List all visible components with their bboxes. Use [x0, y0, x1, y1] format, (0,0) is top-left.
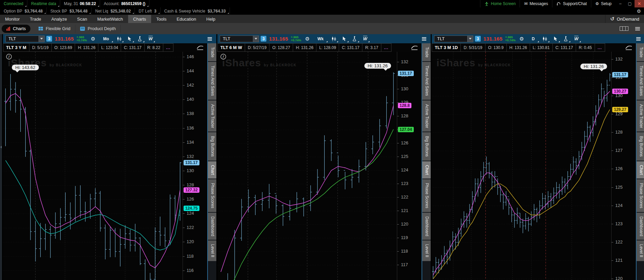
minimize-button[interactable]: – — [616, 0, 625, 7]
menu-item-charts[interactable]: Charts — [128, 15, 151, 23]
gadget-tab-phase-scores[interactable]: Phase Scores — [637, 179, 644, 212]
tab-flexible-grid[interactable]: Flexible Grid — [34, 25, 75, 33]
timeframe-button[interactable]: Wk — [313, 35, 328, 43]
chart-plot-area[interactable]: iSharesby BLACKROCKHi: 131.26 — [432, 52, 611, 280]
chart-plot-area[interactable]: iSharesby BLACKROCK!Hi: 143.62 — [3, 52, 183, 280]
symbol-dropdown-button[interactable] — [39, 36, 44, 42]
price-axis[interactable]: 1201211221231241251261271281291301311321… — [611, 52, 636, 280]
cursor-tool-icon[interactable] — [340, 35, 349, 43]
chart-menu-icon[interactable] — [205, 35, 214, 43]
status-more-button[interactable]: ... — [163, 43, 173, 52]
gadget-tab-level-ii[interactable]: Level II — [637, 240, 644, 261]
gadget-tab-level-ii[interactable]: Level II — [422, 240, 431, 261]
home-screen-button[interactable]: Home Screen — [480, 0, 520, 7]
gadget-tab-active-trader[interactable]: Active Trader — [422, 100, 431, 132]
menu-item-tools[interactable]: Tools — [151, 15, 171, 23]
studies-flask-icon[interactable] — [562, 35, 570, 43]
menu-item-monitor[interactable]: Monitor — [0, 15, 25, 23]
chart-style-icon[interactable] — [407, 43, 422, 52]
gadget-tab-dashboard[interactable]: Dashboard — [637, 213, 644, 240]
symbol-input[interactable]: TLT — [434, 36, 473, 42]
close-button[interactable]: ✕ — [635, 0, 644, 7]
flag-badge[interactable]: 3 — [261, 36, 266, 42]
gadget-tab-trade[interactable]: Trade — [637, 43, 644, 61]
cursor-tool-icon[interactable] — [125, 35, 134, 43]
gadget-tab-times-and-sales[interactable]: Times And Sales — [208, 62, 216, 100]
gadget-tab-trade[interactable]: Trade — [422, 43, 431, 61]
account-stat[interactable]: Stock BP$3,764.48 — [47, 7, 92, 15]
realtime-data-status[interactable]: Realtime data — [27, 0, 60, 7]
price-axis[interactable]: 1171181191201211221231241251261271281291… — [397, 52, 422, 280]
account-stat[interactable]: Net Liq$25,348.02 — [92, 7, 135, 15]
chart-menu-icon[interactable] — [420, 35, 428, 43]
gadget-tab-big-buttons[interactable]: Big Buttons — [422, 132, 431, 160]
flag-badge[interactable]: 3 — [475, 36, 481, 42]
tab-product-depth[interactable]: Product Depth — [75, 25, 121, 33]
symbol-input[interactable]: TLT — [5, 36, 45, 42]
support-chat-button[interactable]: Support/Chat — [552, 0, 591, 7]
studies-flask-icon[interactable] — [350, 35, 359, 43]
gadget-tab-times-and-sales[interactable]: Times And Sales — [422, 62, 431, 100]
left-panel-collapse-handle[interactable] — [0, 34, 2, 280]
clock[interactable]: May, 31 06:58:22 — [60, 0, 100, 7]
menu-item-help[interactable]: Help — [201, 15, 220, 23]
gadget-tab-chart[interactable]: Chart — [208, 161, 216, 179]
chart-style-icon[interactable] — [622, 43, 636, 52]
ondemand-button[interactable]: ↺ OnDemand — [605, 15, 644, 23]
gadget-tab-dashboard[interactable]: Dashboard — [208, 213, 216, 240]
gadget-tab-dashboard[interactable]: Dashboard — [422, 213, 431, 240]
symbol-input[interactable]: TLT — [220, 36, 259, 42]
gadget-tab-trade[interactable]: Trade — [208, 43, 216, 61]
menu-item-marketwatch[interactable]: MarketWatch — [92, 15, 128, 23]
gadget-tab-times-and-sales[interactable]: Times And Sales — [637, 62, 644, 100]
cursor-tool-icon[interactable] — [551, 35, 560, 43]
symbol-dropdown-button[interactable] — [253, 36, 259, 42]
status-more-button[interactable]: ... — [381, 43, 391, 52]
chart-settings-gear-icon[interactable]: ⚙ — [89, 35, 97, 43]
menu-item-scan[interactable]: Scan — [72, 15, 92, 23]
timeframe-button[interactable]: Mo — [99, 35, 113, 43]
gadget-tab-level-ii[interactable]: Level II — [208, 240, 216, 261]
patterns-icon[interactable]: W — [146, 35, 155, 43]
setup-button[interactable]: ⚙ Setup — [591, 0, 616, 7]
symbol-dropdown-button[interactable] — [467, 36, 473, 42]
chart-title: TLT 6 M W — [217, 43, 245, 52]
gadget-tab-big-buttons[interactable]: Big Buttons — [208, 132, 216, 160]
chart-type-candle-icon[interactable] — [115, 35, 123, 43]
chart-menu-icon[interactable] — [634, 35, 643, 43]
maximize-button[interactable]: ▢ — [625, 0, 635, 7]
menu-item-trade[interactable]: Trade — [25, 15, 46, 23]
patterns-icon[interactable]: W — [572, 35, 581, 43]
gadget-tab-chart[interactable]: Chart — [637, 161, 644, 179]
gadget-tab-big-buttons[interactable]: Big Buttons — [637, 132, 644, 160]
connection-status[interactable]: Connected — [0, 0, 27, 7]
chart-settings-gear-icon[interactable]: ⚙ — [517, 35, 526, 43]
gadget-tab-phase-scores[interactable]: Phase Scores — [422, 179, 431, 212]
gadget-tab-phase-scores[interactable]: Phase Scores — [208, 179, 216, 212]
flag-badge[interactable]: 3 — [46, 36, 52, 42]
account-selector[interactable]: Account: 865012659 () — [100, 0, 149, 7]
gadget-tab-active-trader[interactable]: Active Trader — [208, 100, 216, 132]
chart-style-icon[interactable] — [193, 43, 207, 52]
tab-charts[interactable]: Charts — [2, 25, 30, 33]
grid-layout-icon[interactable] — [620, 26, 628, 31]
account-bar-gear-icon[interactable]: ⚙ — [634, 8, 644, 14]
chart-type-candle-icon[interactable] — [329, 35, 338, 43]
timeframe-button[interactable]: D — [528, 35, 539, 43]
price-axis[interactable]: 1161181201221241261281301321341361381401… — [183, 52, 207, 280]
account-stat[interactable]: Option BP$3,764.48 — [0, 7, 47, 15]
chart-type-candle-icon[interactable] — [541, 35, 549, 43]
subtab-menu-icon[interactable] — [635, 27, 640, 30]
account-stat[interactable]: Cash & Sweep Vehicle$3,764.33 — [161, 7, 230, 15]
status-more-button[interactable]: ... — [595, 43, 605, 52]
studies-flask-icon[interactable] — [136, 35, 144, 43]
gadget-tab-active-trader[interactable]: Active Trader — [637, 100, 644, 132]
chart-settings-gear-icon[interactable]: ⚙ — [303, 35, 312, 43]
menu-item-education[interactable]: Education — [171, 15, 201, 23]
messages-button[interactable]: ✉ Messages — [520, 0, 552, 7]
patterns-icon[interactable]: W — [361, 35, 369, 43]
menu-item-analyze[interactable]: Analyze — [46, 15, 72, 23]
chart-plot-area[interactable]: iSharesby BLACKROCK!Hi: 131.26 — [217, 52, 397, 280]
account-stat[interactable]: DT Left3 — [135, 7, 161, 15]
gadget-tab-chart[interactable]: Chart — [422, 161, 431, 179]
